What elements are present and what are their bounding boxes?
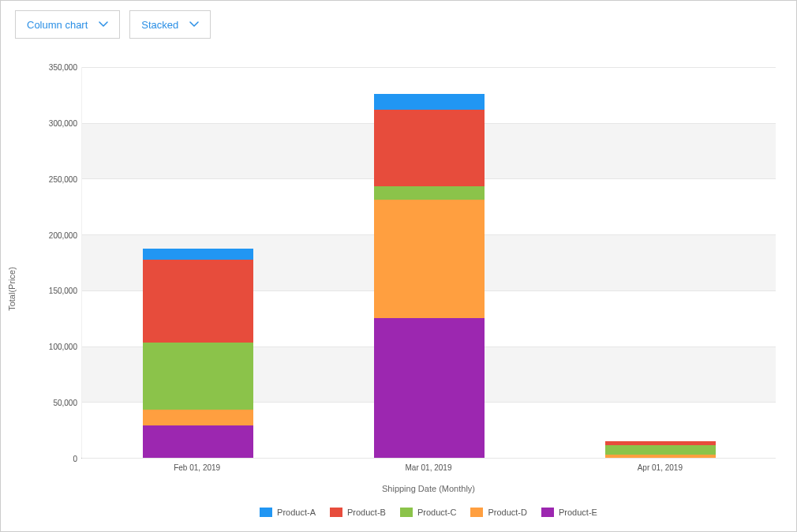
x-axis-label: Shipping Date (Monthly) <box>81 484 776 493</box>
bar-segment[interactable] <box>605 455 716 458</box>
bar-segment[interactable] <box>374 110 485 185</box>
bar-group <box>374 94 485 458</box>
bar-segment[interactable] <box>605 445 716 454</box>
bar-segment[interactable] <box>374 200 485 318</box>
bar-segment[interactable] <box>374 318 485 458</box>
chevron-down-icon <box>99 20 108 29</box>
bar-segment[interactable] <box>143 343 253 410</box>
legend-swatch <box>330 508 342 517</box>
y-tick-label: 350,000 <box>46 63 77 72</box>
chart-area: Total(Price) 050,000100,000150,000200,00… <box>10 56 787 522</box>
legend-item[interactable]: Product-C <box>400 508 457 517</box>
legend-item[interactable]: Product-B <box>330 508 386 517</box>
y-tick-label: 200,000 <box>46 230 77 239</box>
x-tick-label: Feb 01, 2019 <box>174 463 220 472</box>
y-tick-label: 250,000 <box>46 174 77 183</box>
legend: Product-AProduct-BProduct-CProduct-DProd… <box>81 508 776 517</box>
legend-label: Product-C <box>417 508 457 517</box>
bar-group <box>143 249 253 458</box>
bar-group <box>605 441 716 458</box>
x-tick-label: Apr 01, 2019 <box>638 463 683 472</box>
y-tick-label: 100,000 <box>46 343 77 351</box>
stack-mode-label: Stacked <box>141 19 178 31</box>
x-tick-label: Mar 01, 2019 <box>406 463 452 472</box>
legend-label: Product-B <box>347 508 386 517</box>
y-axis-label: Total(Price) <box>7 267 17 311</box>
bar-segment[interactable] <box>374 94 485 110</box>
x-axis-ticks: Feb 01, 2019Mar 01, 2019Apr 01, 2019 <box>81 463 776 478</box>
plot-area <box>81 67 776 459</box>
bar-segment[interactable] <box>143 425 253 458</box>
legend-swatch <box>470 508 483 517</box>
bar-segment[interactable] <box>374 186 485 200</box>
y-tick-label: 300,000 <box>46 118 77 127</box>
y-tick-label: 50,000 <box>46 399 77 407</box>
chart-type-label: Column chart <box>27 19 88 31</box>
legend-item[interactable]: Product-D <box>470 508 527 517</box>
legend-label: Product-A <box>277 508 316 517</box>
chart-type-dropdown[interactable]: Column chart <box>15 10 120 39</box>
bars-layer <box>82 67 776 458</box>
legend-swatch <box>260 508 272 517</box>
legend-item[interactable]: Product-E <box>541 508 597 517</box>
bar-segment[interactable] <box>143 410 253 425</box>
bar-segment[interactable] <box>143 260 253 343</box>
legend-swatch <box>400 508 413 517</box>
bar-segment[interactable] <box>143 249 253 260</box>
legend-swatch <box>541 508 554 517</box>
chart-toolbar: Column chart Stacked <box>1 1 796 39</box>
y-tick-label: 0 <box>46 455 77 463</box>
chart-panel: Column chart Stacked Total(Price) 050,00… <box>0 0 797 532</box>
legend-label: Product-E <box>559 508 597 517</box>
stack-mode-dropdown[interactable]: Stacked <box>129 10 211 39</box>
legend-label: Product-D <box>488 508 527 517</box>
legend-item[interactable]: Product-A <box>260 508 316 517</box>
chevron-down-icon <box>189 20 199 29</box>
y-tick-label: 150,000 <box>46 287 77 295</box>
